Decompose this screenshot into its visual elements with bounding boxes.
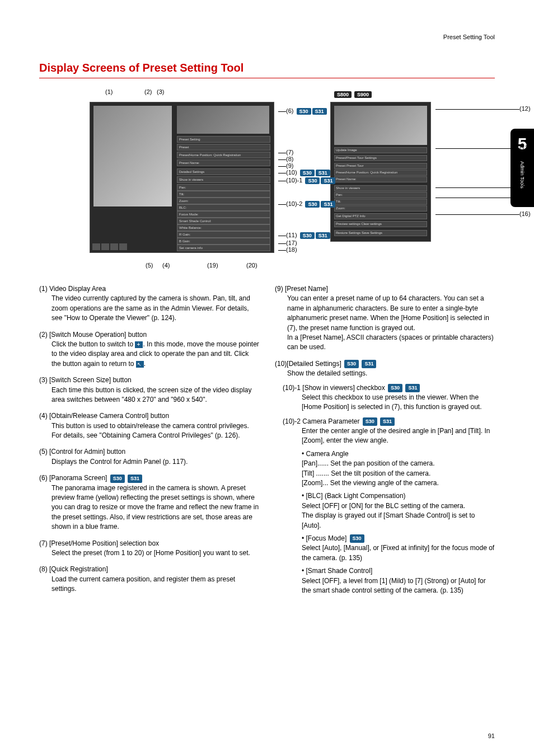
row-blc: BLC: xyxy=(177,204,270,211)
callout-13: (13) xyxy=(435,144,531,151)
description-columns: (1) Video Display Area The video current… xyxy=(39,284,495,602)
plus-icon xyxy=(135,341,143,348)
row-detailed: Detailed Settings xyxy=(177,168,270,175)
row-show-viewers2: Show in viewers xyxy=(334,185,427,191)
callout-10-1: (10)-1 S30S31 xyxy=(278,177,335,184)
callout-4: (4) xyxy=(162,262,170,269)
page-number: 91 xyxy=(488,732,495,739)
badge-s30: S30 xyxy=(110,475,125,483)
callout-7: (7) xyxy=(278,149,293,156)
callout-19: (19) xyxy=(207,262,218,269)
row-preset-tab: Preset xyxy=(177,144,270,151)
item-10-1: (10)-1 [Show in viewers] checkbox S30 S3… xyxy=(275,383,495,412)
callout-3: (3) xyxy=(157,88,164,95)
callout-2: (2) xyxy=(144,88,152,95)
row-focus: Focus Mode: xyxy=(177,211,270,218)
row-bgain: B Gain: xyxy=(177,238,270,245)
item-2: (2) [Switch Mouse Operation] button Clic… xyxy=(39,330,259,369)
item-1: (1) Video Display Area The video current… xyxy=(39,284,259,323)
item-3: (3) [Switch Screen Size] button Each tim… xyxy=(39,375,259,405)
callout-15: (15) xyxy=(435,194,531,200)
bullet-camera-angle: • Camera Angle [Pan]...... Set the pan p… xyxy=(302,449,495,489)
badge-s900: S900 xyxy=(354,91,372,98)
row-get-dptz: Get Digital PTZ Info xyxy=(334,213,427,219)
row-preview-clear: Preview settings Clear settings xyxy=(334,221,427,227)
callout-16: (16) xyxy=(435,210,531,217)
row-pan2: Pan: xyxy=(334,192,427,198)
row-zoom: Zoom: xyxy=(177,198,270,204)
item-10-2: (10)-2 Camera Parameter S30 S31 Enter th… xyxy=(275,417,495,596)
callout-17: (17) xyxy=(278,240,297,246)
row-zoom2: Zoom: xyxy=(334,205,427,212)
callout-9: (9) xyxy=(278,162,293,169)
callout-8: (8) xyxy=(278,156,293,162)
screenshot-diagram: (1) (2) (3) S800 S900 Preset Setting Pre… xyxy=(39,88,495,273)
item-7: (7) [Preset/Home Position] selection box… xyxy=(39,539,259,558)
row-shade: Smart Shade Control: xyxy=(177,218,270,224)
row-preset-setting: Preset Setting xyxy=(177,136,270,143)
right-column: (9) [Preset Name] You can enter a preset… xyxy=(275,284,495,602)
item-9: (9) [Preset Name] You can enter a preset… xyxy=(275,284,495,353)
left-column: (1) Video Display Area The video current… xyxy=(39,284,259,602)
row-wb: White Balance: xyxy=(177,224,270,231)
right-screenshot: Update Image Preset/Preset Tour Settings… xyxy=(330,102,431,242)
item-2-body: Click the button to switch to . In this … xyxy=(39,340,259,369)
item-8: (8) [Quick Registration] Load the curren… xyxy=(39,565,259,594)
badge-s30: S30 xyxy=(344,360,359,368)
left-screenshot: Preset Setting Preset Preset/Home Positi… xyxy=(90,102,274,253)
callout-1: (1) xyxy=(105,88,113,95)
callout-11: (11) S30S31 xyxy=(278,232,330,239)
row-tilt2: Tilt: xyxy=(334,199,427,205)
row-restore-save: Restore Settings Save Settings xyxy=(334,230,427,236)
row-rgain: R Gain: xyxy=(177,231,270,238)
bottom-toolbar xyxy=(92,243,171,250)
full-image-preview xyxy=(334,106,427,145)
bullet-focus-mode: • [Focus Mode] S30 Select [Auto], [Manua… xyxy=(302,534,495,563)
row-tilt: Tilt: xyxy=(177,191,270,198)
badges-s800-s900: S800 S900 xyxy=(333,91,372,98)
callout-10-2: (10)-2 S30S31 xyxy=(278,200,335,208)
row-update-image: Update Image xyxy=(334,147,427,153)
badge-s31: S31 xyxy=(362,360,376,368)
callout-14: (14) xyxy=(435,184,531,190)
row-preset-name2: Preset Name: xyxy=(334,176,427,182)
row-pan: Pan: xyxy=(177,184,270,191)
panorama-preview xyxy=(177,106,269,134)
video-preview xyxy=(93,106,172,206)
callout-10: (10) S30S31 xyxy=(278,169,330,176)
item-4: (4) [Obtain/Release Camera Control] butt… xyxy=(39,411,259,440)
item-5: (5) [Control for Admin] button Displays … xyxy=(39,447,259,467)
bullet-blc: • [BLC] (Back Light Compensation) Select… xyxy=(302,491,495,530)
row-preset-tour-tabs: Preset Preset Tour xyxy=(334,163,427,169)
row-preset-home: Preset/Home Position: Quick Registration xyxy=(177,152,270,158)
row-setcam: Set camera info xyxy=(177,245,270,251)
callout-5: (5) xyxy=(146,262,153,269)
row-show-viewers: Show in viewers xyxy=(177,176,270,183)
section-title: Display Screens of Preset Setting Tool xyxy=(39,62,495,78)
row-preset-name: Preset Name: xyxy=(177,159,270,166)
row-preset-home2: Preset/Home Position: Quick Registration xyxy=(334,170,427,176)
breadcrumb: Preset Setting Tool xyxy=(443,34,495,40)
bullet-smart-shade: • [Smart Shade Control] Select [OFF], a … xyxy=(302,566,495,595)
callout-20: (20) xyxy=(246,262,257,269)
callout-6: (6) S30S31 xyxy=(278,107,327,115)
badge-s800: S800 xyxy=(334,91,352,98)
row-preset-tour-settings: Preset/Preset Tour Settings xyxy=(334,155,427,161)
callout-12: (12) xyxy=(435,105,531,112)
item-10: (10)[Detailed Settings] S30 S31 Show the… xyxy=(275,359,495,596)
callout-18: (18) xyxy=(278,246,297,253)
badge-s31: S31 xyxy=(128,475,142,483)
arrow-icon xyxy=(136,361,144,368)
item-6: (6) [Panorama Screen] S30 S31 The panora… xyxy=(39,473,259,532)
